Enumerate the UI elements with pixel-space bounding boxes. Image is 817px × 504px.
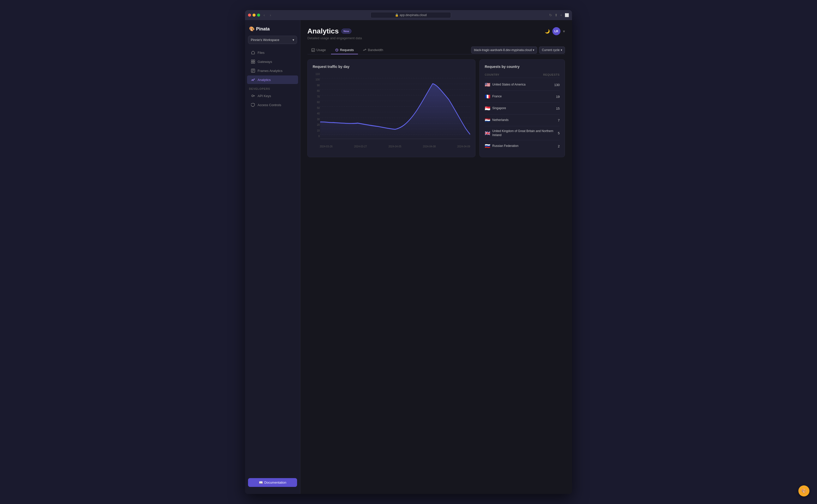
- traffic-chart-title: Request traffic by day: [313, 65, 470, 69]
- tabs-row: Usage Requests Bandwidth: [307, 46, 565, 54]
- page-title-area: Analytics New Detailed usage and engagem…: [307, 27, 362, 40]
- usage-icon: [311, 48, 315, 52]
- country-name-usa: United States of America: [492, 83, 525, 87]
- doc-button-label: Documentation: [264, 481, 286, 484]
- bandwidth-icon: [363, 48, 366, 52]
- url-bar[interactable]: 🔒 app.devpinata.cloud: [371, 12, 451, 18]
- country-info-netherlands: 🇳🇱 Netherlands: [485, 117, 556, 123]
- flag-france: 🇫🇷: [485, 94, 490, 99]
- refresh-icon[interactable]: ↻: [549, 13, 552, 17]
- country-count-singapore: 15: [556, 107, 560, 110]
- country-info-singapore: 🇸🇬 Singapore: [485, 106, 554, 111]
- country-row-russia: 🇷🇺 Russian Federation 2: [485, 140, 560, 152]
- logo-text: Pinata: [256, 26, 270, 32]
- sidebar-label-files: Files: [258, 51, 264, 55]
- logo-icon: 🎨: [249, 26, 255, 32]
- tab-overview-icon[interactable]: ⬜: [565, 13, 569, 17]
- titlebar: ‹ › 🔒 app.devpinata.cloud ↻ ⬆ + ⬜: [245, 10, 572, 20]
- analytics-icon: [251, 78, 255, 82]
- country-name-uk: United Kingdom of Great Britain and Nort…: [492, 129, 556, 137]
- flag-uk: 🇬🇧: [485, 131, 490, 136]
- gateway-selector[interactable]: black-tragic-aardvark-8.dev-mypinata.clo…: [471, 47, 537, 54]
- country-card: Requests by country COUNTRY REQUESTS 🇺🇸 …: [479, 59, 565, 157]
- flag-russia: 🇷🇺: [485, 143, 490, 149]
- cycle-selector[interactable]: Current cycle ▾: [539, 47, 565, 54]
- maximize-button[interactable]: [257, 14, 260, 17]
- floating-action-button[interactable]: 🎨: [798, 485, 809, 496]
- country-info-russia: 🇷🇺 Russian Federation: [485, 143, 556, 149]
- col-requests-header: REQUESTS: [543, 73, 560, 76]
- country-info-france: 🇫🇷 France: [485, 94, 554, 99]
- traffic-chart-card: Request traffic by day 0 10 20 30 40 50 …: [307, 59, 475, 157]
- float-btn-icon: 🎨: [801, 488, 807, 494]
- sidebar-item-access-controls[interactable]: Access Controls: [247, 101, 298, 109]
- charts-area: Request traffic by day 0 10 20 30 40 50 …: [307, 59, 565, 157]
- tab-bandwidth[interactable]: Bandwidth: [359, 46, 387, 54]
- sidebar-label-gateways: Gateways: [258, 60, 272, 64]
- sidebar-item-api-keys[interactable]: API Keys: [247, 92, 298, 100]
- country-card-title: Requests by country: [485, 65, 560, 69]
- sidebar: 🎨 Pinata Pinnie's Workspace ▾ Files: [245, 20, 300, 494]
- forward-button[interactable]: ›: [268, 13, 273, 18]
- titlebar-center: 🔒 app.devpinata.cloud: [274, 12, 547, 18]
- tab-usage-label: Usage: [316, 48, 326, 52]
- workspace-selector[interactable]: Pinnie's Workspace ▾: [248, 36, 297, 44]
- account-chevron-icon[interactable]: ▾: [563, 29, 565, 34]
- gateway-value: black-tragic-aardvark-8.dev-mypinata.clo…: [474, 48, 532, 52]
- chart-area: 0 10 20 30 40 50 60 70 80 90 100 110: [313, 73, 470, 143]
- country-row-singapore: 🇸🇬 Singapore 15: [485, 103, 560, 114]
- close-button[interactable]: [248, 14, 251, 17]
- book-icon: 📖: [259, 481, 263, 484]
- tab-bandwidth-label: Bandwidth: [368, 48, 383, 52]
- country-row-uk: 🇬🇧 United Kingdom of Great Britain and N…: [485, 126, 560, 140]
- sidebar-bottom: 📖 Documentation: [245, 475, 300, 490]
- svg-point-5: [252, 79, 253, 80]
- sidebar-item-frames-analytics[interactable]: Frames Analytics: [247, 66, 298, 75]
- svg-rect-0: [251, 60, 253, 61]
- titlebar-right: ↻ ⬆ + ⬜: [549, 13, 569, 17]
- sidebar-item-files[interactable]: Files: [247, 48, 298, 57]
- country-count-uk: 5: [558, 131, 560, 135]
- flag-singapore: 🇸🇬: [485, 106, 490, 111]
- sidebar-item-gateways[interactable]: Gateways: [247, 57, 298, 66]
- developers-section-label: DEVELOPERS: [245, 84, 300, 91]
- country-count-usa: 130: [554, 83, 560, 87]
- new-badge: New: [341, 29, 352, 34]
- back-button[interactable]: ‹: [262, 13, 266, 18]
- traffic-lights: [248, 14, 260, 17]
- country-name-netherlands: Netherlands: [492, 118, 509, 122]
- svg-rect-3: [253, 62, 255, 63]
- main-content: Analytics New Detailed usage and engagem…: [300, 20, 572, 494]
- grid-icon: [251, 60, 255, 64]
- avatar[interactable]: LK: [552, 27, 560, 35]
- tab-usage[interactable]: Usage: [307, 46, 330, 54]
- requests-icon: [335, 48, 339, 52]
- sidebar-item-analytics[interactable]: Analytics: [247, 75, 298, 84]
- documentation-button[interactable]: 📖 Documentation: [248, 478, 297, 487]
- country-name-france: France: [492, 95, 502, 99]
- cycle-chevron-icon: ▾: [561, 48, 562, 52]
- tab-requests[interactable]: Requests: [331, 46, 358, 54]
- share-icon[interactable]: ⬆: [555, 13, 558, 17]
- country-count-france: 19: [556, 95, 560, 99]
- minimize-button[interactable]: [253, 14, 256, 17]
- sidebar-label-analytics: Analytics: [258, 78, 271, 82]
- country-count-russia: 2: [558, 144, 560, 148]
- col-country-header: COUNTRY: [485, 73, 500, 76]
- line-chart-svg: [320, 73, 470, 143]
- tab-controls: black-tragic-aardvark-8.dev-mypinata.clo…: [471, 47, 565, 54]
- y-axis: 0 10 20 30 40 50 60 70 80 90 100 110: [313, 73, 320, 143]
- svg-point-8: [252, 95, 254, 97]
- gateway-chevron-icon: ▾: [533, 48, 534, 52]
- key-icon: [251, 94, 255, 98]
- svg-point-6: [253, 80, 253, 81]
- sidebar-label-frames: Frames Analytics: [258, 69, 282, 73]
- app-body: 🎨 Pinata Pinnie's Workspace ▾ Files: [245, 20, 572, 494]
- country-name-russia: Russian Federation: [492, 144, 518, 148]
- add-tab-icon[interactable]: +: [560, 13, 562, 17]
- url-text: app.devpinata.cloud: [400, 13, 427, 17]
- x-axis: 2024-03-26 2024-03-27 2024-04-05 2024-04…: [313, 144, 470, 148]
- dark-mode-toggle[interactable]: 🌙: [545, 29, 550, 34]
- frames-icon: [251, 69, 255, 73]
- country-row-usa: 🇺🇸 United States of America 130: [485, 79, 560, 91]
